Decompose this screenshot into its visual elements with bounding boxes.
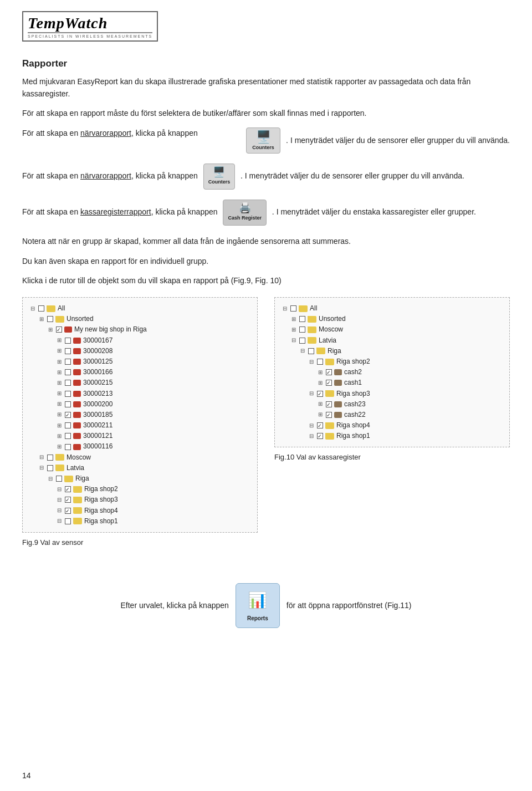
tree-item[interactable]: ⊟ Riga (48, 473, 249, 484)
tree-item[interactable]: ⊟ ✓ Riga shop2 (57, 484, 249, 494)
tree2: ⊟ All ⊞ Unsorted ⊞ Moscow (274, 297, 510, 447)
para2-link: närvarorapport (80, 129, 131, 137)
tree-item[interactable]: ⊞ ✓ cash2 (318, 367, 502, 377)
tree-item[interactable]: ⊟ Latvia (39, 463, 249, 473)
cash-register-icon-inline: 🖨️ (239, 203, 251, 213)
tree-item-label: Riga shop3 (84, 494, 118, 505)
para2-pre: För att skapa en (22, 129, 80, 137)
tree-item[interactable]: ⊟ ✓ Riga shop1 (309, 431, 502, 441)
para2-post2: . I menyträdet väljer du de sensorer ell… (241, 171, 464, 180)
tree-item-label: Riga shop1 (336, 431, 370, 441)
tree-item[interactable]: ⊞ Unsorted (291, 314, 502, 324)
tree-item-label: Riga shop1 (84, 516, 118, 527)
para2-full: För att skapa en närvarorapport, klicka … (22, 164, 510, 190)
tree-item[interactable]: ⊟ ✓ Riga shop4 (309, 420, 502, 431)
tree-item[interactable]: ⊟ Moscow (39, 452, 249, 463)
tree-item-label: Riga shop2 (336, 356, 370, 367)
tree-item-label: All (58, 303, 65, 314)
tree-item-label: Riga shop4 (336, 420, 370, 431)
para2-link2: närvarorapport (80, 171, 131, 180)
para3-inline: För att skapa en kassaregisterrapport, k… (22, 200, 510, 226)
para3-link: kassaregisterrapport (80, 207, 151, 216)
tree-item[interactable]: ⊟ Latvia (291, 335, 502, 346)
logo-subtitle: SPECIALISTS IN WIRELESS MEASUREMENTS (28, 34, 152, 38)
figure10-box: ⊟ All ⊞ Unsorted ⊞ Moscow (274, 297, 510, 461)
counters-label: Counters (252, 145, 274, 150)
para6: Klicka i de rutor till de objekt som du … (22, 275, 510, 287)
tree-item-label: 30000166 (83, 367, 112, 377)
para2-post-text: . I menyträdet väljer du de sensorer ell… (286, 135, 510, 147)
tree-item-label: 30000167 (83, 335, 112, 346)
tree-item[interactable]: ⊟ Riga shop2 (309, 356, 502, 367)
tree-item[interactable]: ⊞ 30000211 (57, 420, 249, 431)
tree-item[interactable]: ⊞ 30000121 (57, 431, 249, 441)
tree-item[interactable]: ⊞ 30000167 (57, 335, 249, 346)
tree-item-label: cash2 (344, 367, 362, 377)
tree-item[interactable]: ⊞ 30000116 (57, 441, 249, 452)
tree-item[interactable]: ⊞ 30000125 (57, 356, 249, 367)
tree-item-label: Riga (75, 473, 89, 484)
counters-btn-inline[interactable]: 🖥️ Counters (203, 164, 236, 190)
tree-item-label: Latvia (66, 463, 84, 473)
para3-full: För att skapa en kassaregisterrapport, k… (22, 200, 510, 226)
tree-item[interactable]: ⊞ Unsorted (39, 314, 249, 324)
tree-item[interactable]: ⊞ Moscow (291, 324, 502, 335)
para1: För att skapa en rapport måste du först … (22, 108, 510, 120)
tree-item-label: 30000200 (83, 399, 112, 410)
tree-item-label: cash22 (344, 410, 366, 420)
figure9-box: ⊟ All ⊞ Unsorted ⊞ ✓ My new big sho (22, 297, 258, 547)
para2-mid: , klicka på knappen (131, 129, 198, 137)
para2-mid2: , klicka på knappen (131, 171, 198, 180)
tree-item[interactable]: ⊞ ✓ 30000185 (57, 410, 249, 420)
tree-item[interactable]: ⊟ ✓ Riga shop4 (57, 506, 249, 516)
cash-register-label-inline: Cash Register (228, 215, 262, 222)
bottom-post: för att öppna rapportfönstret (Fig.11) (287, 600, 412, 612)
tree-item[interactable]: ⊟ ✓ Riga shop3 (57, 494, 249, 505)
tree-item-label: cash23 (344, 399, 366, 410)
para3-post: . I menyträdet väljer du enstaka kassare… (272, 207, 476, 216)
para3-pre: För att skapa en (22, 207, 80, 216)
para2-post: . I menyträdet väljer du de sensorer ell… (286, 135, 510, 147)
tree-item[interactable]: ⊞ ✓ My new big shop in Riga (48, 324, 249, 335)
tree-item-label: 30000185 (83, 410, 112, 420)
tree-item[interactable]: ⊟ All (283, 303, 502, 314)
para2-pre2: För att skapa en (22, 171, 80, 180)
para2-text: För att skapa en närvarorapport, klicka … (22, 127, 241, 140)
tree-item-label: 30000208 (83, 346, 112, 356)
tree-item[interactable]: ⊞ 30000166 (57, 367, 249, 377)
counters-label-inline: Counters (208, 178, 231, 186)
page-title: Rapporter (22, 58, 510, 69)
tree-item[interactable]: ⊞ ✓ cash23 (318, 399, 502, 410)
tree-item[interactable]: ⊟ Riga shop1 (57, 516, 249, 527)
reports-button[interactable]: 📊 Reports (236, 583, 280, 628)
para2-text-block: För att skapa en närvarorapport, klicka … (22, 127, 241, 140)
fig9-caption: Fig.9 Val av sensor (22, 538, 258, 547)
counters-button[interactable]: 🖥️ Counters (246, 127, 280, 154)
tree-item[interactable]: ⊞ ✓ cash22 (318, 410, 502, 420)
cash-register-btn-inline[interactable]: 🖨️ Cash Register (223, 200, 267, 226)
tree-item[interactable]: ⊞ ✓ cash1 (318, 377, 502, 388)
tree-item-label: Riga shop3 (336, 389, 370, 399)
tree-item[interactable]: ⊞ 30000215 (57, 377, 249, 388)
tree-item[interactable]: ⊟ All (30, 303, 249, 314)
tree-item-label: Unsorted (319, 314, 346, 324)
tree-item-label: 30000211 (83, 420, 112, 431)
logo-box: TempWatch SPECIALISTS IN WIRELESS MEASUR… (22, 11, 158, 42)
tree-item[interactable]: ⊟ Riga (300, 346, 502, 356)
bottom-pre: Efter urvalet, klicka på knappen (120, 600, 228, 612)
reports-icon: 📊 (248, 588, 267, 612)
tree-item-label: My new big shop in Riga (74, 324, 147, 335)
para2-inline: För att skapa en närvarorapport, klicka … (22, 164, 510, 190)
tree-item-label: Moscow (319, 324, 343, 335)
figures-row: ⊟ All ⊞ Unsorted ⊞ ✓ My new big sho (22, 297, 510, 547)
tree-item[interactable]: ⊞ 30000208 (57, 346, 249, 356)
tree-item[interactable]: ⊞ 30000200 (57, 399, 249, 410)
tree-item-label: Riga (328, 346, 341, 356)
tree-item[interactable]: ⊟ ✓ Riga shop3 (309, 389, 502, 399)
tree-item-label: Moscow (66, 452, 91, 463)
tree1: ⊟ All ⊞ Unsorted ⊞ ✓ My new big sho (22, 297, 258, 533)
para2-section: För att skapa en närvarorapport, klicka … (22, 127, 510, 154)
tree-item-label: 30000121 (83, 431, 112, 441)
intro-paragraph: Med mjukvaran EasyReport kan du skapa il… (22, 76, 510, 100)
tree-item[interactable]: ⊞ 30000213 (57, 389, 249, 399)
